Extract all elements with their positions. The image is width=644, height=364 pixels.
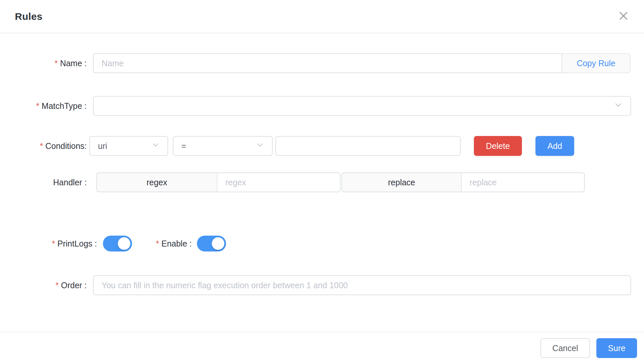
matchtype-form-row: *MatchType : (0, 96, 644, 116)
replace-input[interactable] (462, 172, 585, 192)
printlogs-label: *PrintLogs : (0, 239, 97, 249)
required-asterisk: * (156, 239, 159, 248)
toggles-form-row: *PrintLogs : *Enable : (0, 236, 644, 251)
name-label: *Name : (0, 59, 87, 68)
regex-addon-label: regex (96, 172, 217, 192)
rules-modal: Rules *Name : Copy Rule *MatchType : (0, 0, 644, 364)
modal-header: Rules (0, 0, 644, 33)
name-input[interactable] (93, 53, 562, 73)
enable-toggle[interactable] (197, 236, 226, 251)
toggle-knob (118, 237, 130, 250)
regex-input-group: regex (96, 172, 338, 192)
required-asterisk: * (40, 141, 43, 151)
condition-operator-select[interactable]: = (173, 136, 273, 156)
handler-label: Handler : (0, 178, 87, 187)
condition-operator-value: = (181, 141, 186, 151)
printlogs-toggle[interactable] (103, 236, 132, 251)
matchtype-label: *MatchType : (0, 101, 87, 111)
modal-footer: Cancel Sure (0, 332, 644, 364)
order-label: *Order : (0, 281, 87, 290)
required-asterisk: * (52, 239, 55, 248)
chevron-down-icon (256, 141, 264, 151)
required-asterisk: * (55, 59, 58, 68)
sure-button[interactable]: Sure (596, 338, 637, 358)
conditions-form-row: *Conditions: uri = Delete Add (0, 136, 644, 156)
modal-title: Rules (15, 11, 42, 22)
name-form-row: *Name : Copy Rule (0, 53, 644, 73)
required-asterisk: * (55, 281, 59, 290)
toggle-knob (212, 237, 224, 250)
enable-label: *Enable : (156, 239, 192, 249)
replace-addon-label: replace (342, 172, 462, 192)
regex-input[interactable] (217, 172, 341, 192)
cancel-button[interactable]: Cancel (540, 338, 590, 358)
handler-form-row: Handler : regex replace (0, 172, 644, 192)
condition-value-input[interactable] (275, 136, 461, 156)
matchtype-select[interactable] (93, 96, 631, 116)
delete-condition-button[interactable]: Delete (474, 136, 522, 156)
name-input-group: Copy Rule (93, 53, 630, 73)
conditions-label: *Conditions: (0, 141, 87, 151)
close-button[interactable] (616, 9, 631, 24)
add-condition-button[interactable]: Add (535, 136, 574, 156)
order-form-row: *Order : (0, 275, 644, 295)
replace-input-group: replace (342, 172, 579, 192)
modal-body: *Name : Copy Rule *MatchType : *Conditio… (0, 33, 644, 295)
close-icon (619, 11, 628, 22)
condition-field-value: uri (98, 141, 107, 151)
copy-rule-button[interactable]: Copy Rule (562, 53, 630, 73)
chevron-down-icon (614, 101, 622, 111)
chevron-down-icon (152, 141, 160, 151)
required-asterisk: * (36, 101, 39, 111)
condition-field-select[interactable]: uri (89, 136, 168, 156)
order-input[interactable] (93, 275, 631, 295)
